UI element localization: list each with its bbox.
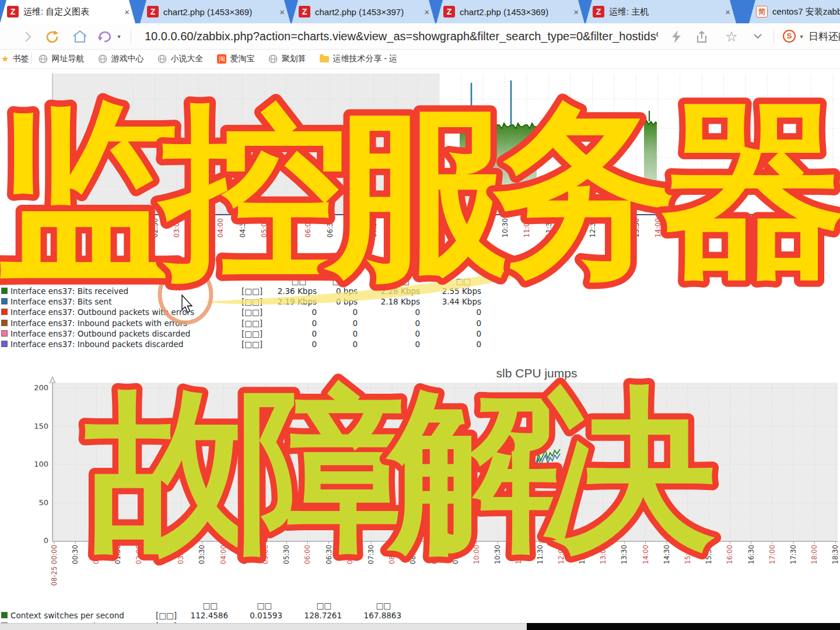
share-icon — [695, 30, 708, 43]
chart1-x-label: 15:00 — [698, 218, 706, 237]
lightning-button[interactable] — [670, 23, 684, 50]
browser-tab-5[interactable]: Z运维: 主机× — [586, 0, 736, 23]
toolbar-promo-text[interactable]: 日料还能 — [808, 23, 840, 50]
legend-column-header: □□ — [232, 601, 286, 610]
bookmark-item-3[interactable]: 小说大全 — [158, 54, 203, 64]
legend-value: 0 — [424, 328, 485, 339]
chart1-x-label: 16:00 — [741, 218, 750, 237]
legend-value: 0 — [361, 307, 424, 317]
bookmark-item-1[interactable]: 网址导航 — [38, 54, 84, 64]
legend-value: 2.18 Kbps — [361, 296, 424, 307]
zabbix-favicon-icon: Z — [7, 6, 19, 18]
chart1-x-label: 04:00 — [216, 218, 225, 237]
taobao-icon: 淘 — [217, 54, 226, 64]
legend-value: 0 — [361, 328, 424, 339]
legend-value: 2.55 Kbps — [424, 286, 485, 296]
chart1-x-label: 18:00 — [829, 218, 837, 237]
legend-function: [□□] — [239, 328, 265, 339]
logo-dropdown-caret[interactable]: ▾ — [798, 23, 805, 50]
home-button[interactable] — [71, 23, 89, 50]
undo-arrow-icon — [97, 30, 112, 44]
chart2-x-label: 07:30 — [367, 545, 375, 564]
legend-corner — [1, 601, 10, 610]
chart1-legend: □□□□□□□□Interface ens37: Bits received[□… — [1, 276, 485, 349]
chart2-x-label: 01:00 — [92, 545, 100, 564]
chart1-x-label: 08:00 — [391, 218, 400, 237]
chart2-x-label: 01:30 — [114, 545, 122, 564]
legend-series-label: Interface ens37: Inbound packets discard… — [10, 339, 239, 349]
legend-value: 112.4586 — [180, 610, 232, 621]
zabbix-favicon-icon: Z — [593, 6, 604, 18]
chart1-x-label: 17:00 — [785, 218, 793, 237]
bookmarks-label[interactable]: 书签 — [12, 54, 29, 64]
chart1-x-label: 12:00 — [566, 218, 575, 237]
legend-value: 0 — [361, 318, 424, 328]
bookmark-star-button[interactable]: ☆ — [723, 23, 740, 50]
refresh-button[interactable] — [44, 23, 61, 50]
chart1-x-label: 11:00 — [523, 218, 531, 237]
browser-tab-2[interactable]: Zchart2.php (1453×369)× — [140, 0, 290, 23]
refresh-icon — [46, 30, 60, 44]
chart2-x-label: 08:30 — [409, 545, 417, 564]
undo-button[interactable] — [96, 23, 113, 50]
legend-function: [□□] — [239, 318, 265, 328]
chart2-x-label: 07:00 — [346, 545, 354, 564]
chart2-x-label: 05:30 — [282, 545, 290, 564]
tab-title: 运维: 主机 — [609, 6, 720, 18]
address-bar[interactable]: 10.0.0.60/zabbix.php?action=charts.view&… — [145, 23, 658, 50]
chart2-x-label: 13:00 — [599, 545, 607, 564]
legend-value: 0 — [265, 318, 320, 328]
legend-value: 2.28 Kbps — [361, 286, 424, 296]
bookmark-item-2[interactable]: 游戏中心 — [98, 54, 144, 64]
chart1-x-label: 17:30 — [807, 218, 816, 237]
chart1-x-label: 16:30 — [764, 218, 772, 237]
chart1-x-label: 06:00 — [304, 218, 312, 237]
home-icon — [72, 30, 88, 44]
bookmark-item-4[interactable]: 淘爱淘宝 — [217, 54, 254, 64]
legend-value: 0.01593 — [232, 610, 286, 621]
chart2-x-label: 06:30 — [325, 545, 333, 564]
chart2-x-label: 03:30 — [198, 545, 206, 564]
globe-icon — [98, 54, 107, 64]
chart1-x-label: 14:00 — [654, 218, 662, 237]
chart1-x-label: 03:30 — [195, 218, 203, 237]
bookmark-label: 小说大全 — [170, 54, 203, 64]
tab-close-icon[interactable]: × — [725, 7, 730, 17]
chart2-x-label: 12:00 — [557, 545, 565, 564]
bottom-black-strip — [527, 623, 840, 630]
browser-tab-1[interactable]: Z运维: 自定义图表× — [0, 0, 135, 23]
legend-column-header: □□ — [361, 276, 424, 286]
zabbix-favicon-icon: Z — [147, 6, 159, 18]
legend-function: [□□] — [239, 296, 265, 307]
toolbar-chevron-down[interactable] — [751, 23, 764, 50]
undo-dropdown-caret[interactable]: ▾ — [116, 23, 123, 50]
chart2-x-label: 02:00 — [135, 545, 143, 564]
horizontal-scrollbar[interactable] — [0, 623, 527, 630]
chart1-x-label: 04:30 — [239, 218, 247, 237]
tab-close-icon[interactable]: × — [124, 7, 130, 17]
chart2-x-label: 16:00 — [726, 545, 734, 564]
tab-close-icon[interactable]: × — [573, 7, 579, 17]
tab-close-icon[interactable]: × — [279, 7, 285, 17]
legend-corner — [153, 601, 180, 610]
tab-close-icon[interactable]: × — [424, 7, 429, 17]
chart2-x-label: 09:30 — [452, 545, 460, 564]
chart2-x-label: 11:00 — [514, 545, 523, 564]
bookmark-label: 游戏中心 — [111, 54, 144, 64]
bookmark-item-5[interactable]: 聚划算 — [268, 54, 306, 64]
legend-value: 0 — [424, 339, 485, 349]
chart1-x-label: 03:00 — [173, 218, 181, 237]
browser-tab-4[interactable]: Zchart2.php (1453×369)× — [436, 0, 584, 23]
browser-tab-6[interactable]: 简centos7 安装zabb — [749, 0, 840, 23]
chart1-x-label: 15:30 — [720, 218, 728, 237]
bookmark-item-6[interactable]: 运维技术分享 - 运 — [320, 54, 397, 64]
chart2-x-label: 04:00 — [219, 545, 228, 564]
sogou-logo-icon[interactable]: S — [783, 30, 796, 43]
bookmarks-separator — [31, 54, 32, 64]
browser-tab-3[interactable]: Zchart2.php (1453×397)× — [292, 0, 435, 23]
legend-value: 0 — [265, 328, 320, 339]
bookmark-label: 网址导航 — [51, 54, 84, 64]
chart1-x-label: 06:30 — [326, 218, 334, 237]
forward-button[interactable] — [21, 23, 35, 50]
share-button[interactable] — [694, 23, 709, 50]
